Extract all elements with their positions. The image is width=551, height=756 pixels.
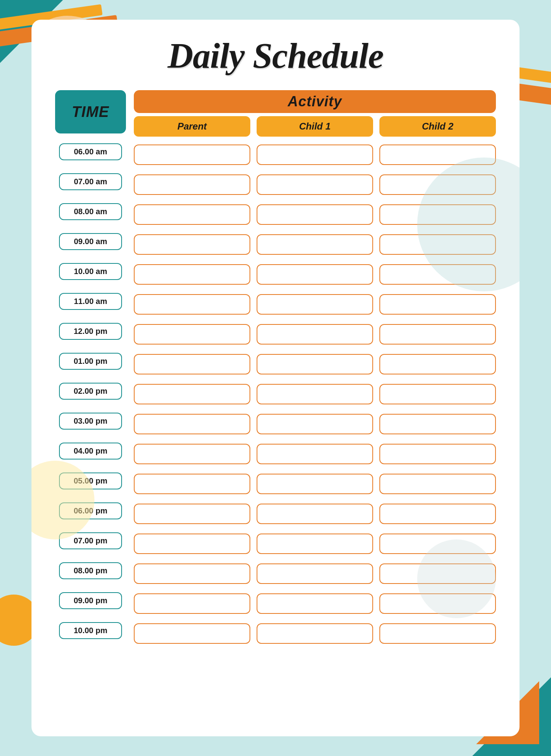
activity-header: Activity Parent Child 1 Child 2 [134, 90, 496, 137]
table-row [134, 291, 496, 318]
time-slot: 06.00 pm [55, 497, 126, 524]
cell-child1-9[interactable] [257, 414, 373, 434]
cell-child1-12[interactable] [257, 504, 373, 524]
cell-parent-15[interactable] [134, 593, 250, 614]
activity-column: Activity Parent Child 1 Child 2 [134, 90, 496, 650]
cell-parent-6[interactable] [134, 324, 250, 345]
cell-parent-3[interactable] [134, 234, 250, 255]
cell-parent-14[interactable] [134, 563, 250, 584]
table-row [134, 201, 496, 228]
time-slot: 09.00 pm [55, 587, 126, 614]
cell-child1-14[interactable] [257, 563, 373, 584]
cell-parent-13[interactable] [134, 534, 250, 554]
cell-child1-11[interactable] [257, 474, 373, 494]
cell-child2-7[interactable] [379, 354, 496, 374]
activity-title-bar: Activity [134, 90, 496, 113]
table-row [134, 351, 496, 378]
cell-child2-16[interactable] [379, 623, 496, 644]
child1-header-label: Child 1 [299, 121, 331, 132]
cell-child1-16[interactable] [257, 623, 373, 644]
cell-parent-10[interactable] [134, 444, 250, 464]
time-slot: 02.00 pm [55, 378, 126, 404]
cell-child1-1[interactable] [257, 174, 373, 195]
cell-child2-1[interactable] [379, 174, 496, 195]
cell-child1-10[interactable] [257, 444, 373, 464]
time-label: 07.00 am [59, 173, 122, 190]
cell-parent-2[interactable] [134, 204, 250, 225]
cell-parent-1[interactable] [134, 174, 250, 195]
table-row [134, 141, 496, 168]
table-row [134, 231, 496, 258]
cell-child2-2[interactable] [379, 204, 496, 225]
cell-child2-8[interactable] [379, 384, 496, 404]
cell-child1-13[interactable] [257, 534, 373, 554]
cell-child2-10[interactable] [379, 444, 496, 464]
cell-parent-0[interactable] [134, 145, 250, 165]
time-slots: 06.00 am07.00 am08.00 am09.00 am10.00 am… [55, 138, 126, 647]
column-headers: Parent Child 1 Child 2 [134, 116, 496, 137]
time-slot: 08.00 am [55, 198, 126, 225]
main-card: Daily Schedule TIME 06.00 am07.00 am08.0… [31, 20, 520, 736]
time-column: TIME 06.00 am07.00 am08.00 am09.00 am10.… [55, 90, 126, 650]
time-slot: 05.00 pm [55, 467, 126, 494]
cell-child2-11[interactable] [379, 474, 496, 494]
time-label: 10.00 pm [59, 622, 122, 639]
cell-child2-0[interactable] [379, 145, 496, 165]
table-row [134, 171, 496, 198]
cell-child1-7[interactable] [257, 354, 373, 374]
table-row [134, 620, 496, 647]
cell-child1-5[interactable] [257, 294, 373, 315]
table-row [134, 500, 496, 527]
cell-child2-3[interactable] [379, 234, 496, 255]
schedule-container: TIME 06.00 am07.00 am08.00 am09.00 am10.… [55, 90, 496, 650]
time-slot: 11.00 am [55, 288, 126, 315]
time-slot: 01.00 pm [55, 348, 126, 374]
cell-child2-15[interactable] [379, 593, 496, 614]
cell-child2-9[interactable] [379, 414, 496, 434]
cell-child2-13[interactable] [379, 534, 496, 554]
cell-child1-8[interactable] [257, 384, 373, 404]
cell-child1-0[interactable] [257, 145, 373, 165]
cell-child2-6[interactable] [379, 324, 496, 345]
time-slot: 06.00 am [55, 138, 126, 165]
table-row [134, 471, 496, 497]
cell-parent-8[interactable] [134, 384, 250, 404]
cell-child1-2[interactable] [257, 204, 373, 225]
cell-child1-6[interactable] [257, 324, 373, 345]
cell-parent-4[interactable] [134, 264, 250, 285]
page-title: Daily Schedule [55, 35, 496, 76]
time-slot: 09.00 am [55, 228, 126, 255]
child2-header: Child 2 [379, 116, 496, 137]
cell-parent-5[interactable] [134, 294, 250, 315]
data-rows [134, 141, 496, 650]
cell-child2-5[interactable] [379, 294, 496, 315]
time-slot: 07.00 pm [55, 527, 126, 554]
cell-child1-4[interactable] [257, 264, 373, 285]
time-label: 09.00 am [59, 233, 122, 250]
cell-parent-16[interactable] [134, 623, 250, 644]
time-label: 05.00 pm [59, 472, 122, 489]
cell-parent-12[interactable] [134, 504, 250, 524]
cell-child2-12[interactable] [379, 504, 496, 524]
time-label: 03.00 pm [59, 413, 122, 430]
time-slot: 10.00 pm [55, 617, 126, 644]
cell-parent-9[interactable] [134, 414, 250, 434]
activity-title-label: Activity [288, 93, 342, 110]
cell-child1-3[interactable] [257, 234, 373, 255]
time-slot: 04.00 pm [55, 437, 126, 464]
time-label: 12.00 pm [59, 323, 122, 340]
time-label: 06.00 pm [59, 502, 122, 519]
child2-header-label: Child 2 [422, 121, 453, 132]
cell-parent-11[interactable] [134, 474, 250, 494]
time-header-label: TIME [72, 104, 109, 120]
parent-header-label: Parent [178, 121, 207, 132]
time-header: TIME [55, 90, 126, 133]
cell-child2-14[interactable] [379, 563, 496, 584]
time-label: 10.00 am [59, 263, 122, 280]
cell-child2-4[interactable] [379, 264, 496, 285]
time-label: 11.00 am [59, 293, 122, 310]
cell-parent-7[interactable] [134, 354, 250, 374]
child1-header: Child 1 [257, 116, 373, 137]
time-label: 09.00 pm [59, 592, 122, 609]
cell-child1-15[interactable] [257, 593, 373, 614]
